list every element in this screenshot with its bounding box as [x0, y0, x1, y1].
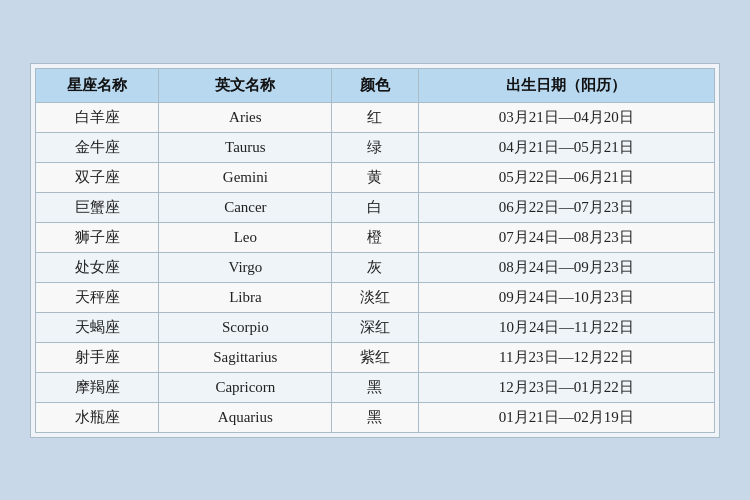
- cell-color: 白: [332, 192, 418, 222]
- cell-en: Sagittarius: [159, 342, 332, 372]
- table-row: 射手座Sagittarius紫红11月23日—12月22日: [36, 342, 715, 372]
- cell-color: 深红: [332, 312, 418, 342]
- cell-color: 橙: [332, 222, 418, 252]
- cell-zh: 摩羯座: [36, 372, 159, 402]
- cell-date: 05月22日—06月21日: [418, 162, 714, 192]
- cell-date: 10月24日—11月22日: [418, 312, 714, 342]
- zodiac-table-container: 星座名称 英文名称 颜色 出生日期（阳历） 白羊座Aries红03月21日—04…: [30, 63, 720, 438]
- cell-en: Capricorn: [159, 372, 332, 402]
- cell-zh: 金牛座: [36, 132, 159, 162]
- cell-date: 09月24日—10月23日: [418, 282, 714, 312]
- header-date: 出生日期（阳历）: [418, 68, 714, 102]
- cell-date: 07月24日—08月23日: [418, 222, 714, 252]
- cell-en: Aquarius: [159, 402, 332, 432]
- header-en: 英文名称: [159, 68, 332, 102]
- table-row: 巨蟹座Cancer白06月22日—07月23日: [36, 192, 715, 222]
- cell-date: 12月23日—01月22日: [418, 372, 714, 402]
- cell-en: Gemini: [159, 162, 332, 192]
- cell-zh: 巨蟹座: [36, 192, 159, 222]
- table-row: 金牛座Taurus绿04月21日—05月21日: [36, 132, 715, 162]
- header-color: 颜色: [332, 68, 418, 102]
- zodiac-table: 星座名称 英文名称 颜色 出生日期（阳历） 白羊座Aries红03月21日—04…: [35, 68, 715, 433]
- cell-en: Taurus: [159, 132, 332, 162]
- cell-zh: 白羊座: [36, 102, 159, 132]
- table-row: 天秤座Libra淡红09月24日—10月23日: [36, 282, 715, 312]
- cell-color: 绿: [332, 132, 418, 162]
- cell-date: 08月24日—09月23日: [418, 252, 714, 282]
- cell-color: 淡红: [332, 282, 418, 312]
- cell-date: 04月21日—05月21日: [418, 132, 714, 162]
- cell-date: 06月22日—07月23日: [418, 192, 714, 222]
- cell-date: 01月21日—02月19日: [418, 402, 714, 432]
- cell-zh: 射手座: [36, 342, 159, 372]
- cell-color: 紫红: [332, 342, 418, 372]
- cell-date: 03月21日—04月20日: [418, 102, 714, 132]
- table-row: 双子座Gemini黄05月22日—06月21日: [36, 162, 715, 192]
- cell-en: Aries: [159, 102, 332, 132]
- cell-date: 11月23日—12月22日: [418, 342, 714, 372]
- cell-zh: 水瓶座: [36, 402, 159, 432]
- table-row: 白羊座Aries红03月21日—04月20日: [36, 102, 715, 132]
- cell-en: Virgo: [159, 252, 332, 282]
- table-row: 水瓶座Aquarius黑01月21日—02月19日: [36, 402, 715, 432]
- table-row: 处女座Virgo灰08月24日—09月23日: [36, 252, 715, 282]
- cell-en: Cancer: [159, 192, 332, 222]
- header-zh: 星座名称: [36, 68, 159, 102]
- cell-en: Leo: [159, 222, 332, 252]
- cell-color: 红: [332, 102, 418, 132]
- table-header-row: 星座名称 英文名称 颜色 出生日期（阳历）: [36, 68, 715, 102]
- cell-en: Scorpio: [159, 312, 332, 342]
- cell-color: 黑: [332, 402, 418, 432]
- cell-color: 黄: [332, 162, 418, 192]
- cell-zh: 处女座: [36, 252, 159, 282]
- cell-color: 黑: [332, 372, 418, 402]
- cell-zh: 双子座: [36, 162, 159, 192]
- cell-zh: 天秤座: [36, 282, 159, 312]
- cell-zh: 狮子座: [36, 222, 159, 252]
- table-row: 狮子座Leo橙07月24日—08月23日: [36, 222, 715, 252]
- table-row: 摩羯座Capricorn黑12月23日—01月22日: [36, 372, 715, 402]
- cell-zh: 天蝎座: [36, 312, 159, 342]
- cell-color: 灰: [332, 252, 418, 282]
- table-row: 天蝎座Scorpio深红10月24日—11月22日: [36, 312, 715, 342]
- cell-en: Libra: [159, 282, 332, 312]
